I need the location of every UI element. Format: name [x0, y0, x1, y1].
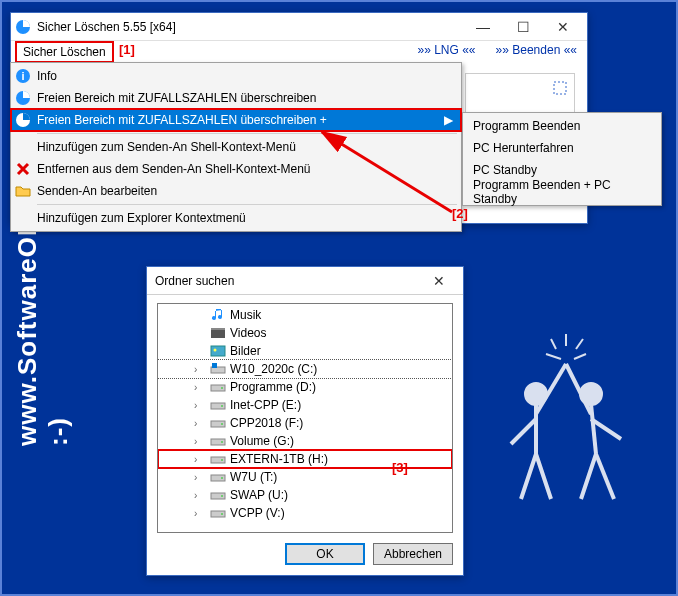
- tree-item[interactable]: ›CPP2018 (F:): [158, 414, 452, 432]
- tree-item-label: Musik: [230, 308, 261, 322]
- expand-icon[interactable]: ›: [194, 400, 206, 411]
- submenu-item[interactable]: PC Herunterfahren: [463, 137, 661, 159]
- expand-icon[interactable]: ›: [194, 364, 206, 375]
- menu-item-label: Senden-An bearbeiten: [37, 184, 157, 198]
- svg-point-43: [221, 495, 223, 497]
- tree-item-label: Bilder: [230, 344, 261, 358]
- submenu-item[interactable]: Programm Beenden: [463, 115, 661, 137]
- tree-item[interactable]: ›Programme (D:): [158, 378, 452, 396]
- menu-sicher-loeschen[interactable]: Sicher Löschen: [15, 41, 114, 63]
- menu-item[interactable]: Freien Bereich mit ZUFALLSZAHLEN übersch…: [11, 109, 461, 131]
- tree-item[interactable]: ›Volume (G:): [158, 432, 452, 450]
- drive-icon: [210, 506, 226, 520]
- expand-icon[interactable]: ›: [194, 382, 206, 393]
- app-icon: [15, 19, 31, 35]
- menu-item[interactable]: Entfernen aus dem Senden-An Shell-Kontex…: [11, 158, 461, 180]
- expand-icon[interactable]: ›: [194, 418, 206, 429]
- annotation-2: [2]: [452, 206, 468, 221]
- menubar: Sicher Löschen [1] »» LNG «« »» Beenden …: [11, 41, 587, 63]
- svg-rect-25: [211, 328, 225, 330]
- titlebar[interactable]: Sicher Löschen 5.55 [x64] — ☐ ✕: [11, 13, 587, 41]
- svg-line-2: [521, 454, 536, 499]
- tree-item-label: SWAP (U:): [230, 488, 288, 502]
- svg-point-39: [221, 459, 223, 461]
- blank-icon: [15, 210, 31, 226]
- main-dropdown: iInfoFreien Bereich mit ZUFALLSZAHLEN üb…: [10, 62, 462, 232]
- drive-icon: [210, 416, 226, 430]
- tree-item[interactable]: ›VCPP (V:): [158, 504, 452, 522]
- tree-item[interactable]: ›Inet-CPP (E:): [158, 396, 452, 414]
- browse-close-button[interactable]: ✕: [419, 269, 459, 293]
- menu-item[interactable]: iInfo: [11, 65, 461, 87]
- video-icon: [210, 326, 226, 340]
- submenu: Programm BeendenPC HerunterfahrenPC Stan…: [462, 112, 662, 206]
- tree-item-label: CPP2018 (F:): [230, 416, 303, 430]
- ok-button[interactable]: OK: [285, 543, 365, 565]
- menu-item[interactable]: Senden-An bearbeiten: [11, 180, 461, 202]
- svg-line-14: [576, 339, 583, 349]
- svg-point-41: [221, 477, 223, 479]
- browse-titlebar[interactable]: Ordner suchen ✕: [147, 267, 463, 295]
- svg-line-12: [551, 339, 556, 349]
- tree-item[interactable]: ›EXTERN-1TB (H:): [158, 450, 452, 468]
- pics-icon: [210, 344, 226, 358]
- menu-item-label: Entfernen aus dem Senden-An Shell-Kontex…: [37, 162, 311, 176]
- tree-item[interactable]: ›W10_2020c (C:): [158, 360, 452, 378]
- expand-icon[interactable]: ›: [194, 508, 206, 519]
- folder-tree[interactable]: MusikVideosBilder›W10_2020c (C:)›Program…: [157, 303, 453, 533]
- menu-item-label: Hinzufügen zum Senden-An Shell-Kontext-M…: [37, 140, 296, 154]
- close-button[interactable]: ✕: [543, 15, 583, 39]
- drive-icon: [210, 470, 226, 484]
- menu-item[interactable]: Hinzufügen zum Explorer Kontextmenü: [11, 207, 461, 229]
- tree-item[interactable]: Bilder: [158, 342, 452, 360]
- music-icon: [210, 308, 226, 322]
- submenu-item[interactable]: Programm Beenden + PC Standby: [463, 181, 661, 203]
- cancel-button[interactable]: Abbrechen: [373, 543, 453, 565]
- annotation-3: [3]: [392, 460, 408, 475]
- maximize-button[interactable]: ☐: [503, 15, 543, 39]
- drive-icon: [210, 380, 226, 394]
- tree-item[interactable]: Musik: [158, 306, 452, 324]
- pie-icon: [15, 112, 31, 128]
- minimize-button[interactable]: —: [463, 15, 503, 39]
- svg-rect-26: [211, 346, 225, 356]
- expand-icon[interactable]: ›: [194, 436, 206, 447]
- svg-rect-18: [554, 82, 566, 94]
- svg-line-4: [511, 419, 536, 444]
- drive-win-icon: [210, 362, 226, 376]
- expand-icon[interactable]: ›: [194, 490, 206, 501]
- drive-icon: [210, 434, 226, 448]
- menu-item-label: Hinzufügen zum Explorer Kontextmenü: [37, 211, 246, 225]
- menu-item[interactable]: Hinzufügen zum Senden-An Shell-Kontext-M…: [11, 136, 461, 158]
- menu-item-label: Freien Bereich mit ZUFALLSZAHLEN übersch…: [37, 113, 327, 127]
- expand-icon[interactable]: ›: [194, 472, 206, 483]
- menu-item[interactable]: Freien Bereich mit ZUFALLSZAHLEN übersch…: [11, 87, 461, 109]
- tree-item[interactable]: ›SWAP (U:): [158, 486, 452, 504]
- tree-item-label: Inet-CPP (E:): [230, 398, 301, 412]
- blank-icon: [15, 139, 31, 155]
- tree-item[interactable]: ›W7U (T:): [158, 468, 452, 486]
- tree-item[interactable]: Videos: [158, 324, 452, 342]
- svg-point-27: [214, 349, 217, 352]
- svg-line-9: [596, 454, 614, 499]
- decorative-figures: [486, 324, 646, 524]
- svg-rect-29: [212, 363, 217, 368]
- svg-point-45: [221, 513, 223, 515]
- drive-icon: [210, 452, 226, 466]
- svg-point-33: [221, 405, 223, 407]
- menu-item-label: Info: [37, 69, 57, 83]
- tree-item-label: VCPP (V:): [230, 506, 285, 520]
- expand-icon[interactable]: ›: [194, 454, 206, 465]
- svg-line-16: [574, 354, 586, 359]
- lng-link[interactable]: »» LNG ««: [418, 43, 476, 57]
- select-icon[interactable]: [552, 80, 568, 96]
- annotation-1: [1]: [119, 42, 135, 57]
- svg-line-8: [581, 454, 596, 499]
- browse-dialog: Ordner suchen ✕ MusikVideosBilder›W10_20…: [146, 266, 464, 576]
- tree-item-label: W10_2020c (C:): [230, 362, 317, 376]
- tree-item-label: Programme (D:): [230, 380, 316, 394]
- browse-title: Ordner suchen: [151, 274, 419, 288]
- pie-icon: [15, 90, 31, 106]
- window-title: Sicher Löschen 5.55 [x64]: [37, 20, 463, 34]
- beenden-link[interactable]: »» Beenden ««: [496, 43, 577, 57]
